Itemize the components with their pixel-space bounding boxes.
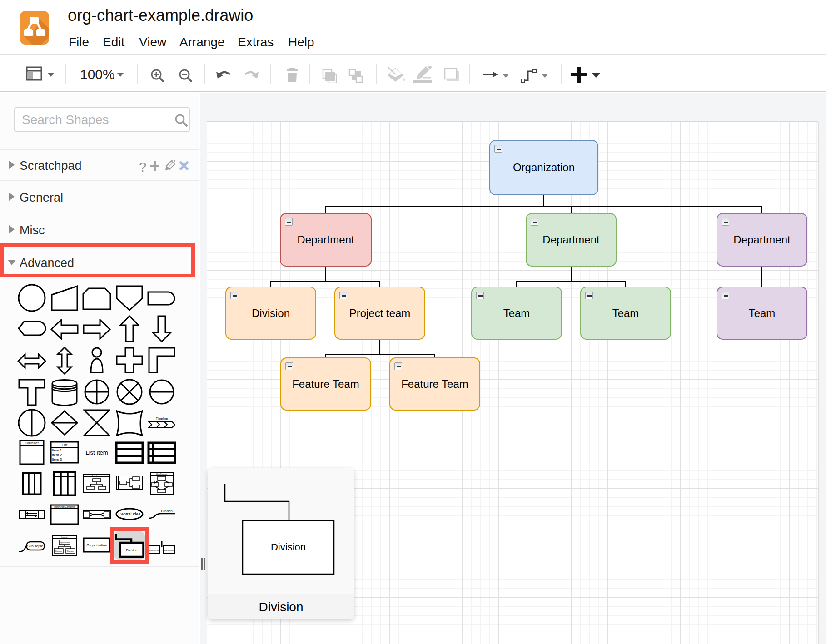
svg-text:Container: Container xyxy=(25,441,39,445)
svg-text:Sub Section: Sub Section xyxy=(149,549,160,551)
svg-text:Central Idea: Central Idea xyxy=(118,512,140,516)
svg-text:Organization: Organization xyxy=(59,541,70,544)
svg-text:Sub Section: Sub Section xyxy=(164,549,174,551)
svg-text:Tree Layout: Tree Layout xyxy=(92,475,102,477)
svg-text:Division: Division xyxy=(67,550,73,552)
svg-text:Sub Topic: Sub Topic xyxy=(27,544,43,548)
svg-text:Division: Division xyxy=(55,550,61,552)
svg-text:Division: Division xyxy=(126,549,138,552)
svg-text:Horizontal Container: Horizontal Container xyxy=(54,505,75,508)
svg-text:Item 3: Item 3 xyxy=(52,457,62,461)
svg-text:Timeline: Timeline xyxy=(156,417,168,420)
svg-text:List: List xyxy=(61,443,67,447)
svg-text:Branch: Branch xyxy=(161,509,172,513)
svg-text:Item 1: Item 1 xyxy=(52,448,62,452)
svg-text:Item 2: Item 2 xyxy=(52,453,62,457)
svg-text:Organization: Organization xyxy=(86,543,107,547)
svg-text:Web Diagram: Web Diagram xyxy=(156,473,168,475)
svg-text:Orgchart: Orgchart xyxy=(61,536,68,538)
